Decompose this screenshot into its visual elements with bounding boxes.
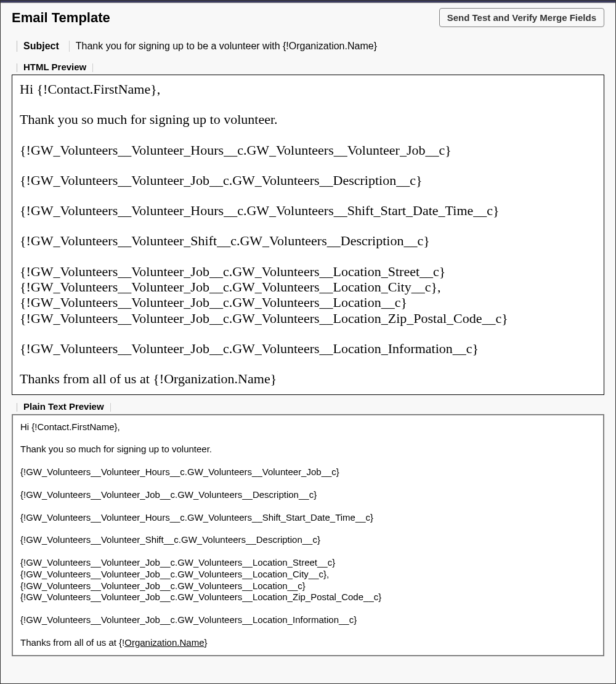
html-preview-line: {!GW_Volunteers__Volunteer_Shift__c.GW_V… <box>20 233 596 248</box>
plain-text-line: {!GW_Volunteers__Volunteer_Hours__c.GW_V… <box>20 512 596 524</box>
header-row: Email Template Send Test and Verify Merg… <box>1 3 615 33</box>
html-preview-box[interactable]: Hi {!Contact.FirstName}, Thank you so mu… <box>12 75 604 395</box>
html-preview-line: {!GW_Volunteers__Volunteer_Job__c.GW_Vol… <box>20 311 596 326</box>
plain-text-line: Thank you so much for signing up to volu… <box>20 444 596 455</box>
plain-text-tab-row: Plain Text Preview <box>1 401 615 414</box>
email-template-container: Email Template Send Test and Verify Merg… <box>0 0 616 684</box>
divider <box>92 63 93 72</box>
html-preview-line: Hi {!Contact.FirstName}, <box>20 81 596 97</box>
plain-text-line: {!GW_Volunteers__Volunteer_Hours__c.GW_V… <box>20 466 596 478</box>
html-preview-line: Thanks from all of us at {!Organization.… <box>20 371 596 386</box>
divider <box>17 403 17 412</box>
divider <box>17 41 17 52</box>
plain-text-line: {!GW_Volunteers__Volunteer_Job__c.GW_Vol… <box>20 489 596 501</box>
html-preview-line: Thank you so much for signing up to volu… <box>20 112 596 127</box>
html-preview-line: {!GW_Volunteers__Volunteer_Hours__c.GW_V… <box>20 142 596 158</box>
html-preview-line: {!GW_Volunteers__Volunteer_Hours__c.GW_V… <box>20 203 596 218</box>
plain-text-box[interactable]: Hi {!Contact.FirstName}, Thank you so mu… <box>12 414 604 656</box>
html-preview-tab-label: HTML Preview <box>23 62 86 75</box>
html-preview-line: {!GW_Volunteers__Volunteer_Job__c.GW_Vol… <box>20 295 596 310</box>
divider <box>110 403 111 412</box>
page-title: Email Template <box>12 10 110 26</box>
divider <box>69 41 70 52</box>
plain-text-tab-label: Plain Text Preview <box>23 401 104 414</box>
plain-text-underline: Organization.Name <box>124 637 204 648</box>
plain-text-line: {!GW_Volunteers__Volunteer_Job__c.GW_Vol… <box>20 569 596 580</box>
divider <box>17 63 17 72</box>
html-preview-line: {!GW_Volunteers__Volunteer_Job__c.GW_Vol… <box>20 173 596 188</box>
plain-text-line: {!GW_Volunteers__Volunteer_Job__c.GW_Vol… <box>20 614 596 626</box>
plain-text-segment: Thanks from all of us at {! <box>20 637 124 648</box>
plain-text-line: {!GW_Volunteers__Volunteer_Job__c.GW_Vol… <box>20 592 596 603</box>
subject-row: Subject Thank you for signing up to be a… <box>1 33 615 59</box>
html-preview-line: {!GW_Volunteers__Volunteer_Job__c.GW_Vol… <box>20 264 596 279</box>
plain-text-line: Thanks from all of us at {!Organization.… <box>20 637 596 649</box>
plain-text-line: Hi {!Contact.FirstName}, <box>20 421 596 433</box>
subject-label: Subject <box>23 41 59 52</box>
subject-value: Thank you for signing up to be a volunte… <box>76 41 377 52</box>
html-preview-line: {!GW_Volunteers__Volunteer_Job__c.GW_Vol… <box>20 341 596 356</box>
send-test-button[interactable]: Send Test and Verify Merge Fields <box>439 8 604 27</box>
html-preview-tab-row: HTML Preview <box>1 62 615 75</box>
html-preview-line: {!GW_Volunteers__Volunteer_Job__c.GW_Vol… <box>20 279 596 295</box>
plain-text-segment: } <box>204 637 207 648</box>
plain-text-line: {!GW_Volunteers__Volunteer_Job__c.GW_Vol… <box>20 557 596 569</box>
plain-text-line: {!GW_Volunteers__Volunteer_Job__c.GW_Vol… <box>20 580 596 592</box>
plain-text-line: {!GW_Volunteers__Volunteer_Shift__c.GW_V… <box>20 534 596 546</box>
